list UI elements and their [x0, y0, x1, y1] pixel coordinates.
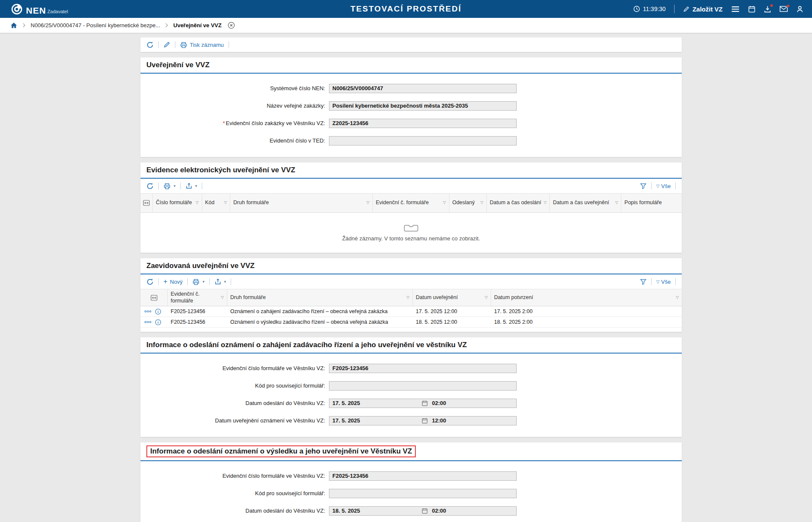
- table-row[interactable]: F2025-123456 Oznámení o zahájení zadávac…: [140, 306, 682, 317]
- system-number-field[interactable]: N006/25/V00004747: [329, 84, 517, 93]
- chevron-right-icon: [23, 23, 26, 28]
- calendar-picker-icon[interactable]: [422, 508, 428, 515]
- related-form-code-field[interactable]: [329, 381, 517, 391]
- sent-date-field[interactable]: 18. 5. 2025 02:00: [329, 506, 517, 516]
- column-header-datum-uverejneni[interactable]: Datum a čas uveřejnění▽: [550, 194, 621, 212]
- caret-down-icon: ▾: [203, 280, 205, 284]
- row-menu-icon[interactable]: [144, 321, 152, 323]
- filter-triangle-icon[interactable]: ▽: [366, 200, 369, 205]
- filter-triangle-icon[interactable]: ▽: [196, 200, 199, 205]
- refresh-button[interactable]: [146, 41, 154, 48]
- hamburger-icon: [731, 6, 740, 12]
- user-profile-button[interactable]: [796, 6, 803, 13]
- messages-button[interactable]: [780, 6, 788, 12]
- grid-toolbar: ▾ ▾ ▽ Vše: [140, 179, 682, 193]
- row-menu-icon[interactable]: [144, 310, 152, 313]
- info-icon[interactable]: [155, 308, 161, 315]
- filter-triangle-icon[interactable]: ▽: [676, 295, 679, 300]
- filter-triangle-icon[interactable]: ▽: [485, 295, 488, 300]
- vestnik-number-field[interactable]: Z2025-123456: [329, 119, 517, 128]
- column-header-evidencni-c-formulare[interactable]: Evidenční č. formuláře▽: [373, 194, 449, 212]
- field-label: Evidenční číslo formuláře ve Věstníku VZ…: [140, 473, 329, 479]
- field-label: Datum odeslání do Věstníku VZ:: [140, 400, 329, 406]
- published-date-field[interactable]: 17. 5. 2025 12:00: [329, 416, 517, 425]
- filter-triangle-icon: ▽: [656, 184, 660, 188]
- calendar-picker-icon[interactable]: [422, 418, 428, 425]
- date-value: 17. 5. 2025: [332, 400, 360, 406]
- breadcrumb-item-procurement[interactable]: N006/25/V00004747 - Posílení kybernetick…: [31, 22, 160, 29]
- print-menu-button[interactable]: ▾: [163, 183, 176, 190]
- form-row: Kód pro související formulář:: [140, 485, 682, 502]
- filter-triangle-icon[interactable]: ▽: [480, 200, 483, 205]
- column-header-odeslany[interactable]: Odeslaný▽: [449, 194, 487, 212]
- column-chooser-button[interactable]: [140, 289, 168, 306]
- ted-number-field[interactable]: [329, 136, 517, 145]
- column-header-cislo-formulare[interactable]: Číslo formuláře▽: [153, 194, 202, 212]
- info-icon[interactable]: [155, 319, 161, 325]
- home-icon[interactable]: [10, 22, 17, 29]
- column-header-datum-potvrzeni[interactable]: Datum potvrzení▽: [491, 289, 682, 306]
- column-header-kod[interactable]: Kód▽: [202, 194, 231, 212]
- registered-table: Evidenční č. formuláře▽ Druh formuláře▽ …: [140, 289, 682, 332]
- export-menu-button[interactable]: ▾: [214, 278, 226, 285]
- new-record-button[interactable]: + Nový: [163, 278, 183, 285]
- show-all-filter[interactable]: ▽ Vše: [656, 183, 671, 189]
- field-label: Název veřejné zakázky:: [140, 103, 329, 109]
- cell-datum-uverejneni: 17. 5. 2025 12:00: [413, 308, 491, 314]
- filter-triangle-icon[interactable]: ▽: [443, 200, 446, 205]
- calendar-button[interactable]: [748, 6, 755, 13]
- filter-button[interactable]: [640, 183, 646, 189]
- contract-name-field[interactable]: Posílení kybernetické bezpečnosti města …: [329, 101, 517, 111]
- column-chooser-button[interactable]: [140, 194, 153, 212]
- edit-button[interactable]: [163, 41, 170, 48]
- downloads-button[interactable]: [764, 6, 771, 13]
- form-row: Evidenční číslo formuláře ve Věstníku VZ…: [140, 359, 682, 377]
- print-menu-button[interactable]: ▾: [192, 278, 205, 285]
- column-header-datum-odeslani[interactable]: Datum a čas odeslání▽: [487, 194, 550, 212]
- filter-triangle-icon[interactable]: ▽: [543, 200, 546, 205]
- printer-icon: [163, 183, 171, 190]
- filter-triangle-icon[interactable]: ▽: [224, 200, 227, 205]
- filter-triangle-icon[interactable]: ▽: [221, 295, 224, 300]
- create-vz-button[interactable]: Založit VZ: [683, 6, 723, 13]
- breadcrumb-item-current[interactable]: Uveřejnění ve VVZ: [173, 22, 221, 29]
- refresh-button[interactable]: [146, 278, 154, 285]
- column-header-druh-formulare[interactable]: Druh formuláře▽: [227, 289, 413, 306]
- export-icon: [186, 183, 192, 189]
- form-row: Systémové číslo NEN: N006/25/V00004747: [140, 80, 682, 97]
- section-evidence-uverejneni: Evidence elektronických uveřejnění ve VV…: [140, 163, 682, 253]
- pencil-icon: [163, 41, 170, 48]
- column-header-druh-formulare[interactable]: Druh formuláře▽: [230, 194, 373, 212]
- pencil-icon: [683, 6, 689, 12]
- column-header-popis-formulare[interactable]: Popis formuláře: [621, 194, 682, 212]
- form-number-field[interactable]: F2025-123456: [329, 364, 517, 373]
- close-icon: [228, 22, 235, 29]
- calendar-icon: [748, 6, 755, 13]
- related-form-code-field[interactable]: [329, 489, 517, 498]
- print-record-button[interactable]: Tisk záznamu: [180, 41, 224, 48]
- close-tab-button[interactable]: [228, 22, 235, 29]
- nen-logo[interactable]: NEN Zadavatel: [11, 3, 68, 15]
- field-label: *Evidenční číslo zakázky ve Věstníku VZ:: [140, 120, 329, 126]
- section-title: Evidence elektronických uveřejnění ve VV…: [146, 166, 295, 174]
- table-row[interactable]: F2025-123456 Oznámení o výsledku zadávac…: [140, 317, 682, 328]
- filter-triangle-icon[interactable]: ▽: [406, 295, 409, 300]
- sent-date-field[interactable]: 17. 5. 2025 02:00: [329, 399, 517, 408]
- form-number-field[interactable]: F2025-123456: [329, 471, 517, 481]
- brand-name: NEN: [26, 6, 46, 15]
- column-header-datum-uverejneni[interactable]: Datum uveřejnění▽: [413, 289, 491, 306]
- section-header: Informace o odeslání oznámení o výsledku…: [140, 442, 682, 461]
- filter-button[interactable]: [640, 279, 646, 285]
- column-header-evidencni-c-formulare[interactable]: Evidenční č. formuláře▽: [168, 289, 227, 306]
- export-menu-button[interactable]: ▾: [186, 183, 197, 189]
- notification-badge: [786, 4, 790, 8]
- filter-triangle-icon[interactable]: ▽: [615, 200, 618, 205]
- section-title-highlighted: Informace o odeslání oznámení o výsledku…: [146, 445, 416, 457]
- menu-button[interactable]: [731, 6, 740, 12]
- show-all-filter[interactable]: ▽ Vše: [656, 279, 671, 285]
- printer-icon: [180, 41, 187, 48]
- form-row: Datum odeslání do Věstníku VZ: 17. 5. 20…: [140, 394, 682, 412]
- field-label: Datum uveřejnění oznámení ve Věstníku VZ…: [140, 417, 329, 424]
- calendar-picker-icon[interactable]: [422, 400, 428, 408]
- refresh-button[interactable]: [146, 183, 154, 190]
